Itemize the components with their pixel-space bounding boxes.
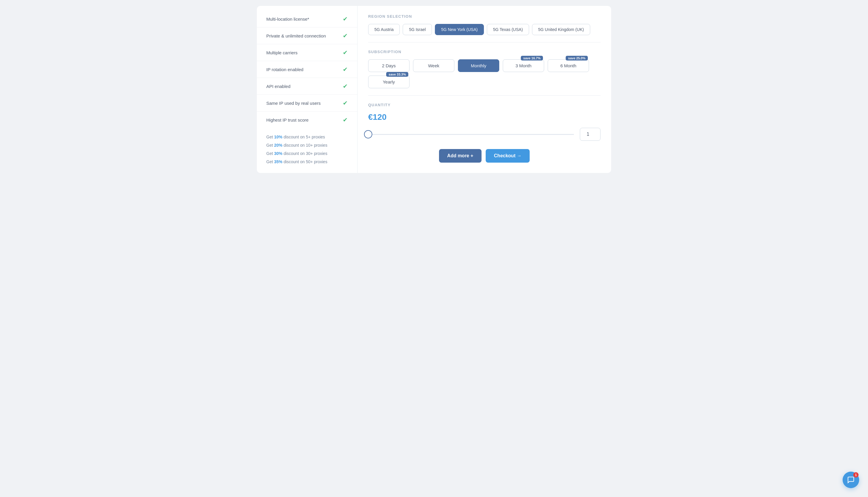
region-button[interactable]: 5G Texas (USA)	[487, 24, 529, 35]
quantity-row	[368, 128, 601, 141]
discounts-list: Get 10% discount on 5+ proxiesGet 20% di…	[266, 133, 348, 166]
region-button[interactable]: 5G Austria	[368, 24, 400, 35]
sub-btn-wrap: save 25.0%6 Month	[548, 59, 589, 72]
check-icon: ✔	[343, 99, 348, 106]
check-icon: ✔	[343, 49, 348, 56]
subscription-button[interactable]: Yearly	[368, 75, 409, 88]
slider-wrap[interactable]	[368, 128, 574, 140]
discount-highlight: 35%	[274, 159, 282, 164]
feature-item: IP rotation enabled ✔	[257, 61, 357, 78]
sub-btn-wrap: save 33.3%Yearly	[368, 75, 409, 88]
divider-2	[368, 95, 601, 96]
chat-icon	[847, 476, 855, 484]
add-more-button[interactable]: Add more +	[439, 149, 481, 162]
subscription-button[interactable]: 6 Month	[548, 59, 589, 72]
check-icon: ✔	[343, 32, 348, 39]
feature-label: Multi-location license*	[266, 16, 309, 22]
discount-item: Get 20% discount on 10+ proxies	[266, 141, 348, 149]
slider-track	[368, 134, 574, 135]
discount-item: Get 35% discount on 50+ proxies	[266, 158, 348, 166]
feature-label: API enabled	[266, 84, 291, 89]
subscription-button[interactable]: 2 Days	[368, 59, 409, 72]
subscription-button[interactable]: 3 Month	[503, 59, 544, 72]
subscription-section: SUBSCRIPTION 2 DaysWeekMonthlysave 16.7%…	[368, 49, 601, 88]
feature-item: Same IP used by real users ✔	[257, 95, 357, 112]
slider-thumb[interactable]	[364, 130, 372, 139]
subscription-button[interactable]: Week	[413, 59, 454, 72]
feature-item: Private & unlimited connection ✔	[257, 27, 357, 44]
save-badge: save 25.0%	[566, 56, 588, 60]
feature-item: Multiple carriers ✔	[257, 44, 357, 61]
feature-label: Private & unlimited connection	[266, 33, 326, 38]
save-badge: save 33.3%	[386, 72, 408, 77]
left-panel: Multi-location license* ✔ Private & unli…	[257, 6, 357, 173]
sub-btn-wrap: save 16.7%3 Month	[503, 59, 544, 72]
quantity-title: QUANTITY	[368, 103, 601, 107]
sub-btn-wrap: Monthly	[458, 59, 499, 72]
feature-label: Multiple carriers	[266, 50, 298, 55]
region-button[interactable]: 5G United Kingdom (UK)	[532, 24, 590, 35]
discount-item: Get 30% discount on 30+ proxies	[266, 149, 348, 158]
discount-highlight: 20%	[274, 143, 282, 147]
price-display: €120	[368, 112, 601, 122]
chat-fab[interactable]: 1	[843, 472, 859, 488]
feature-label: IP rotation enabled	[266, 67, 304, 72]
save-badge: save 16.7%	[521, 56, 543, 60]
subscription-button[interactable]: Monthly	[458, 59, 499, 72]
discount-section: Get 10% discount on 5+ proxiesGet 20% di…	[257, 128, 357, 168]
divider-1	[368, 42, 601, 43]
discount-highlight: 30%	[274, 151, 282, 156]
subscription-grid: 2 DaysWeekMonthlysave 16.7%3 Monthsave 2…	[368, 59, 601, 88]
features-list: Multi-location license* ✔ Private & unli…	[257, 11, 357, 128]
sub-btn-wrap: 2 Days	[368, 59, 409, 72]
region-title: REGION SELECTION	[368, 14, 601, 18]
sub-btn-wrap: Week	[413, 59, 454, 72]
discount-item: Get 10% discount on 5+ proxies	[266, 133, 348, 141]
page-container: Multi-location license* ✔ Private & unli…	[257, 6, 611, 173]
feature-label: Highest IP trust score	[266, 117, 309, 123]
feature-label: Same IP used by real users	[266, 101, 321, 106]
quantity-section: QUANTITY €120	[368, 103, 601, 141]
check-icon: ✔	[343, 66, 348, 73]
region-section: REGION SELECTION 5G Austria5G Israel5G N…	[368, 14, 601, 35]
right-panel: REGION SELECTION 5G Austria5G Israel5G N…	[357, 6, 611, 173]
discount-highlight: 10%	[274, 134, 282, 139]
check-icon: ✔	[343, 83, 348, 90]
feature-item: API enabled ✔	[257, 78, 357, 95]
feature-item: Multi-location license* ✔	[257, 11, 357, 27]
quantity-input[interactable]	[580, 128, 601, 141]
feature-item: Highest IP trust score ✔	[257, 112, 357, 128]
action-row: Add more + Checkout →	[368, 149, 601, 162]
check-icon: ✔	[343, 15, 348, 23]
chat-badge: 1	[853, 472, 858, 478]
region-button[interactable]: 5G New York (USA)	[435, 24, 484, 35]
subscription-title: SUBSCRIPTION	[368, 49, 601, 54]
region-grid: 5G Austria5G Israel5G New York (USA)5G T…	[368, 24, 601, 35]
checkout-button[interactable]: Checkout →	[486, 149, 530, 162]
region-button[interactable]: 5G Israel	[403, 24, 432, 35]
check-icon: ✔	[343, 116, 348, 123]
